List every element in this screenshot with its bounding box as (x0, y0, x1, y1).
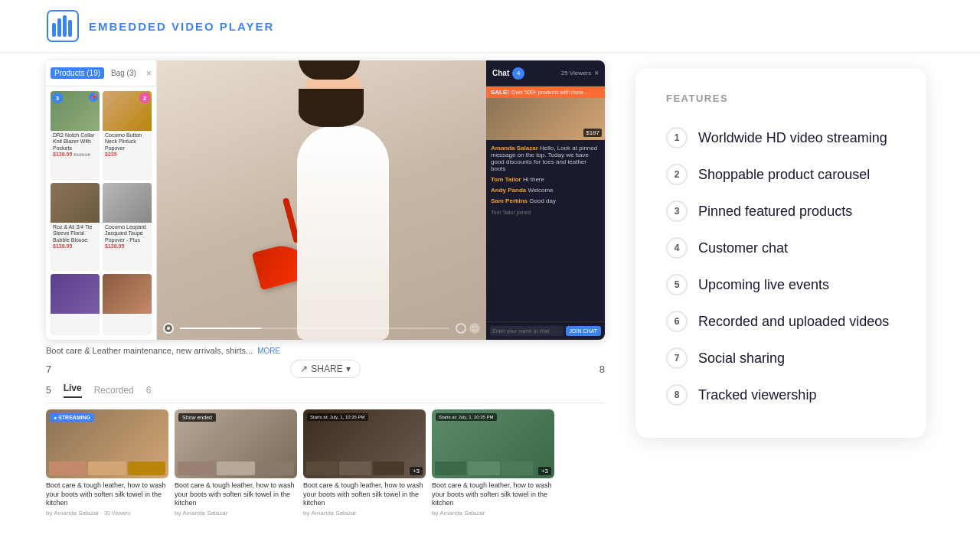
product-badge-2: 2 (139, 93, 150, 103)
left-panel: Products (19) Bag (3) × 3 📌 DR2 Notch Co… (46, 53, 605, 550)
starts-at-badge: Starts at: July, 1, 10:35 PM (436, 413, 497, 421)
show-ended-badge: Show ended (178, 413, 216, 422)
list-item: Sam Perkins Good day (491, 197, 600, 204)
chat-name-input[interactable] (490, 326, 564, 336)
starts-at-badge: Starts at: July, 1, 10:35 PM (307, 413, 368, 421)
product-image (103, 183, 152, 223)
list-item[interactable]: ● STREAMING Boot care & tough leather, h… (46, 409, 168, 517)
svg-rect-4 (68, 20, 72, 37)
share-button[interactable]: ↗ SHARE ▾ (290, 360, 360, 378)
logo-icon (46, 9, 80, 43)
thumb-author: by Amanda Salazar (303, 510, 426, 517)
chat-header: Chat 4 25 Viewers × (486, 60, 605, 86)
chat-messages: Amanda Salazar Hello, Look at pinned mes… (486, 140, 605, 321)
chat-text: Welcome (528, 187, 553, 194)
left-count: 7 (46, 364, 51, 375)
feature-item: 4 Customer chat (666, 230, 896, 266)
sale-text: Over 500+ products with more... (511, 90, 588, 95)
feature-text: Worldwide HD video streaming (698, 130, 887, 146)
list-item[interactable]: 2 Cocomo Button Neck Pintuck Popover $23… (103, 91, 152, 180)
chat-text: Hi there (523, 176, 544, 183)
chevron-down-icon: ▾ (346, 364, 351, 374)
chat-badge: 4 (512, 67, 524, 80)
chat-author: Andy Panda (491, 187, 526, 194)
list-item: Tom Tailor Hi there (491, 176, 600, 183)
header: EMBEDDED VIDEO PLAYER (0, 0, 980, 53)
list-item[interactable] (103, 274, 152, 335)
product-image (103, 274, 152, 314)
more-button[interactable]: MORE (257, 347, 280, 355)
thumbnail-image: Show ended (175, 409, 297, 478)
feature-text: Recorded and uploaded videos (698, 314, 889, 330)
feature-text: Shoppable product carousel (698, 167, 870, 183)
product-price: $138.95 (105, 243, 149, 249)
features-list: 1 Worldwide HD video streaming 2 Shoppab… (666, 119, 896, 413)
feature-item: 6 Recorded and uploaded videos (666, 303, 896, 340)
product-name: DR2 Notch Collar Knit Blazer With Pocket… (53, 132, 97, 152)
feature-item: 1 Worldwide HD video streaming (666, 119, 896, 156)
product-name: Cocomo Button Neck Pintuck Popover (105, 132, 149, 152)
product-name: Cocomo Leopard Jacquard Taupe Popover - … (105, 224, 149, 243)
list-item[interactable]: Show ended Boot care & tough leather, ho… (175, 409, 297, 517)
chat-title: Chat (492, 69, 509, 77)
recorded-count: 6 (146, 385, 152, 396)
chat-video-thumb: $187 (486, 98, 605, 140)
product-price: $235 (105, 152, 149, 157)
list-item[interactable]: Starts at: July, 1, 10:35 PM +3 Boot car… (432, 409, 554, 517)
feature-number: 6 (666, 311, 688, 332)
feature-number: 8 (666, 384, 688, 406)
chat-close-button[interactable]: × (594, 69, 599, 77)
player-container: Products (19) Bag (3) × 3 📌 DR2 Notch Co… (46, 60, 605, 340)
tab-bag[interactable]: Bag (3) (107, 67, 140, 79)
thumb-title: Boot care & tough leather, how to wash y… (303, 481, 426, 508)
product-price: $138.95 (53, 243, 97, 249)
list-item[interactable]: Starts at: July, 1, 10:35 PM +3 Boot car… (303, 409, 426, 517)
product-badge: 3 (52, 93, 63, 103)
video-tabs-row: 5 Live Recorded 6 (46, 383, 605, 403)
video-thumbs-row: ● STREAMING Boot care & tough leather, h… (46, 409, 605, 517)
video-area: 1 (157, 60, 486, 340)
feature-text: Social sharing (698, 350, 785, 367)
chat-panel: Chat 4 25 Viewers × SALE! Over 500+ prod… (486, 60, 605, 340)
app-title: EMBEDDED VIDEO PLAYER (89, 20, 274, 33)
feature-item: 2 Shoppable product carousel (666, 156, 896, 193)
viewers-badge: 30 Viewers (104, 510, 131, 516)
products-close-button[interactable]: × (146, 68, 152, 79)
features-card: FEATURES 1 Worldwide HD video streaming … (635, 68, 926, 438)
tab-recorded[interactable]: Recorded (94, 385, 134, 396)
feature-text: Tracked viewership (698, 387, 816, 403)
thumbnail-image: Starts at: July, 1, 10:35 PM +3 (432, 409, 554, 478)
tags-text: Boot care & Leather maintenance, new arr… (46, 346, 253, 355)
tab-live[interactable]: Live (64, 383, 82, 398)
list-item[interactable]: Cocomo Leopard Jacquard Taupe Popover - … (103, 183, 152, 272)
join-chat-button[interactable]: JOIN CHAT (566, 326, 601, 336)
feature-item: 3 Pinned featured products (666, 193, 896, 230)
feature-text: Customer chat (698, 240, 788, 256)
pin-icon: 📌 (89, 93, 98, 102)
share-label: SHARE (311, 364, 342, 374)
list-item[interactable] (51, 274, 100, 335)
products-tabs: Products (19) Bag (3) × (46, 60, 156, 86)
svg-rect-1 (52, 23, 56, 37)
chat-input-area: JOIN CHAT (486, 321, 605, 340)
system-message: Tom Tailor joined (491, 210, 600, 215)
live-count: 5 (46, 385, 51, 396)
thumb-title: Boot care & tough leather, how to wash y… (432, 481, 554, 508)
product-image (51, 274, 100, 314)
product-name: Roz & Ali 3/4 Tie Sleeve Floral Bubble B… (53, 224, 97, 243)
svg-rect-2 (57, 18, 61, 37)
list-item[interactable]: Roz & Ali 3/4 Tie Sleeve Floral Bubble B… (51, 183, 100, 272)
feature-number: 4 (666, 237, 688, 259)
main-content: Products (19) Bag (3) × 3 📌 DR2 Notch Co… (0, 53, 980, 550)
plus-badge: +3 (538, 467, 551, 475)
chat-author: Amanda Salazar (491, 145, 538, 152)
list-item[interactable]: 3 📌 DR2 Notch Collar Knit Blazer With Po… (51, 91, 100, 180)
chat-author: Sam Perkins (491, 197, 528, 204)
product-orig-price: $138.95 (74, 152, 90, 157)
list-item: Andy Panda Welcome (491, 187, 600, 194)
tab-products[interactable]: Products (19) (51, 67, 104, 79)
product-price: $138.95 (53, 152, 72, 157)
thumbnail-image: Starts at: July, 1, 10:35 PM +3 (303, 409, 426, 478)
feature-number: 3 (666, 201, 688, 222)
feature-item: 7 Social sharing (666, 340, 896, 377)
